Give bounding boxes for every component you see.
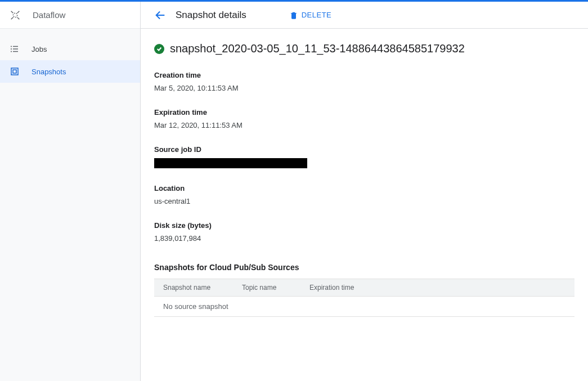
field-label: Expiration time [154, 108, 574, 116]
svg-line-3 [11, 17, 14, 19]
svg-line-4 [17, 17, 20, 19]
column-expiration-time: Expiration time [309, 284, 377, 292]
field-creation-time: Creation time Mar 5, 2020, 10:11:53 AM [154, 71, 574, 92]
sidebar-item-snapshots[interactable]: Snapshots [0, 60, 140, 83]
delete-label: DELETE [302, 11, 332, 19]
field-value: us-central1 [154, 197, 574, 205]
field-label: Disk size (bytes) [154, 221, 574, 230]
field-expiration-time: Expiration time Mar 12, 2020, 11:11:53 A… [154, 108, 574, 129]
table-empty-row: No source snapshot [154, 297, 574, 317]
snapshot-title-row: snapshot_2020-03-05_10_11_53-14886443864… [154, 42, 574, 55]
delete-button[interactable]: DELETE [289, 11, 332, 20]
sidebar-item-label: Snapshots [32, 68, 66, 76]
svg-line-1 [11, 11, 14, 13]
trash-icon [289, 11, 298, 20]
table-header: Snapshot name Topic name Expiration time [154, 279, 574, 297]
snapshot-name: snapshot_2020-03-05_10_11_53-14886443864… [170, 42, 465, 55]
field-label: Creation time [154, 71, 574, 79]
column-topic-name: Topic name [242, 284, 287, 292]
column-snapshot-name: Snapshot name [163, 284, 219, 292]
main-content: Snapshot details DELETE snapshot_2020-03… [141, 2, 588, 381]
page-header: Snapshot details DELETE [141, 2, 588, 29]
svg-rect-11 [11, 68, 18, 75]
svg-line-2 [17, 11, 20, 13]
field-label: Source job ID [154, 145, 574, 154]
list-icon [9, 43, 20, 55]
field-disk-size: Disk size (bytes) 1,839,017,984 [154, 221, 574, 243]
field-label: Location [154, 184, 574, 192]
status-success-icon [154, 44, 164, 54]
pubsub-table: Snapshot name Topic name Expiration time… [154, 279, 574, 317]
svg-rect-12 [13, 70, 16, 73]
dataflow-product-icon [9, 9, 21, 21]
pubsub-section-title: Snapshots for Cloud Pub/Sub Sources [154, 263, 574, 272]
redacted-value [154, 158, 307, 168]
field-value: 1,839,017,984 [154, 234, 574, 243]
field-source-job-id: Source job ID [154, 145, 574, 168]
sidebar-header: Dataflow [0, 2, 140, 29]
svg-point-8 [11, 49, 12, 50]
product-name: Dataflow [33, 10, 65, 20]
svg-point-0 [13, 13, 17, 17]
back-button[interactable] [154, 9, 167, 21]
page-title: Snapshot details [176, 10, 246, 21]
field-value: Mar 5, 2020, 10:11:53 AM [154, 84, 574, 92]
sidebar-item-label: Jobs [32, 45, 47, 53]
svg-point-6 [11, 46, 12, 47]
arrow-left-icon [154, 9, 167, 21]
field-location: Location us-central1 [154, 184, 574, 205]
sidebar-item-jobs[interactable]: Jobs [0, 38, 140, 60]
field-value: Mar 12, 2020, 11:11:53 AM [154, 121, 574, 129]
snapshot-icon [9, 66, 20, 77]
sidebar: Dataflow Jobs [0, 2, 141, 381]
svg-point-10 [11, 51, 12, 52]
